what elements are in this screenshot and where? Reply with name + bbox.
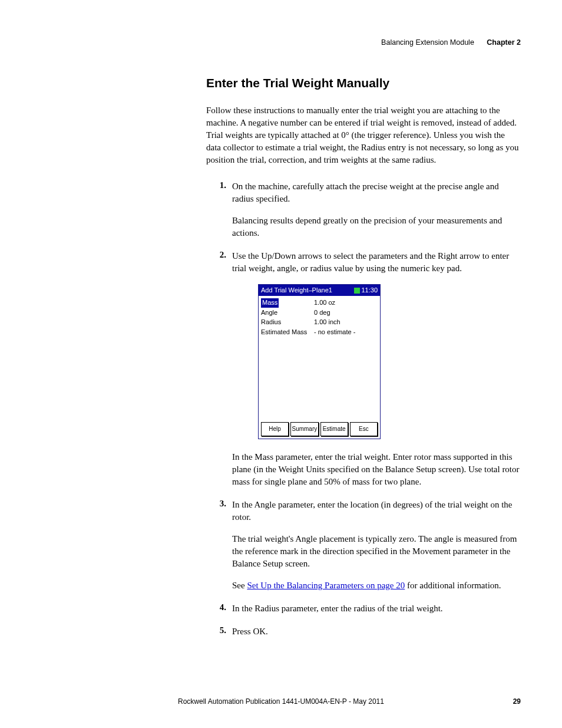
intro-paragraph: Follow these instructions to manually en…	[206, 104, 521, 166]
device-estimate-button[interactable]: Estimate	[320, 422, 348, 436]
footer-publication: Rockwell Automation Publication 1441-UM0…	[0, 697, 562, 706]
step-number: 1.	[206, 180, 232, 190]
page-header: Balancing Extension Module Chapter 2	[35, 38, 527, 47]
device-value: 0 deg	[314, 308, 378, 317]
step-5: 5. Press OK.	[206, 625, 521, 638]
step-number: 4.	[206, 602, 232, 612]
step-body: On the machine, carefully attach the pre…	[232, 180, 521, 239]
device-titlebar: Add Trial Weight–Plane1 11:30	[259, 285, 380, 296]
battery-icon	[354, 288, 360, 294]
step-body: Use the Up/Down arrows to select the par…	[232, 250, 521, 488]
step-text: Use the Up/Down arrows to select the par…	[232, 250, 521, 275]
device-screenshot: Add Trial Weight–Plane1 11:30 Mass 1.00 …	[258, 284, 381, 439]
header-section: Balancing Extension Module	[381, 38, 474, 47]
device-label: Angle	[261, 308, 314, 317]
device-summary-button[interactable]: Summary	[290, 422, 318, 436]
step-number: 2.	[206, 250, 232, 260]
text-fragment: for additional information.	[405, 581, 501, 590]
step-number: 3.	[206, 499, 232, 509]
device-row-mass: Mass 1.00 oz	[261, 298, 378, 307]
device-esc-button[interactable]: Esc	[350, 422, 378, 436]
device-value: 1.00 oz	[314, 298, 378, 307]
step-text: See Set Up the Balancing Parameters on p…	[232, 579, 521, 592]
step-3: 3. In the Angle parameter, enter the loc…	[206, 499, 521, 592]
step-body: In the Radius parameter, enter the radiu…	[232, 602, 521, 615]
header-chapter: Chapter 2	[487, 38, 521, 47]
device-row-estimated: Estimated Mass - no estimate -	[261, 328, 378, 337]
footer-page-number: 29	[513, 697, 521, 706]
step-1: 1. On the machine, carefully attach the …	[206, 180, 521, 239]
step-text: In the Radius parameter, enter the radiu…	[232, 602, 521, 615]
balancing-parameters-link[interactable]: Set Up the Balancing Parameters on page …	[247, 581, 405, 590]
device-label: Estimated Mass	[261, 328, 314, 337]
device-frame: Add Trial Weight–Plane1 11:30 Mass 1.00 …	[258, 284, 381, 439]
step-text: The trial weight's Angle placement is ty…	[232, 533, 521, 570]
device-row-radius: Radius 1.00 inch	[261, 318, 378, 327]
device-time: 11:30	[361, 286, 378, 295]
step-text: Balancing results depend greatly on the …	[232, 215, 521, 239]
device-label: Radius	[261, 318, 314, 327]
device-row-angle: Angle 0 deg	[261, 308, 378, 317]
step-4: 4. In the Radius parameter, enter the ra…	[206, 602, 521, 615]
step-text: In the Angle parameter, enter the locati…	[232, 499, 521, 523]
page-footer: Rockwell Automation Publication 1441-UM0…	[0, 697, 562, 706]
device-label: Mass	[261, 298, 279, 307]
step-text: In the Mass parameter, enter the trial w…	[232, 451, 521, 488]
text-fragment: See	[232, 581, 247, 590]
step-text: On the machine, carefully attach the pre…	[232, 180, 521, 205]
step-body: In the Angle parameter, enter the locati…	[232, 499, 521, 592]
step-body: Press OK.	[232, 625, 521, 638]
device-value: 1.00 inch	[314, 318, 378, 327]
page: Balancing Extension Module Chapter 2 Ent…	[0, 0, 562, 728]
device-help-button[interactable]: Help	[261, 422, 289, 436]
content: Enter the Trial Weight Manually Follow t…	[206, 76, 521, 638]
device-buttons: Help Summary Estimate Esc	[259, 420, 380, 439]
device-value: - no estimate -	[314, 328, 378, 337]
section-title: Enter the Trial Weight Manually	[206, 76, 521, 90]
device-title-right: 11:30	[353, 286, 378, 295]
step-number: 5.	[206, 625, 232, 635]
device-title: Add Trial Weight–Plane1	[261, 286, 332, 295]
step-text: Press OK.	[232, 625, 521, 638]
step-2: 2. Use the Up/Down arrows to select the …	[206, 250, 521, 488]
device-body: Mass 1.00 oz Angle 0 deg Radius 1.00 inc…	[259, 296, 380, 420]
